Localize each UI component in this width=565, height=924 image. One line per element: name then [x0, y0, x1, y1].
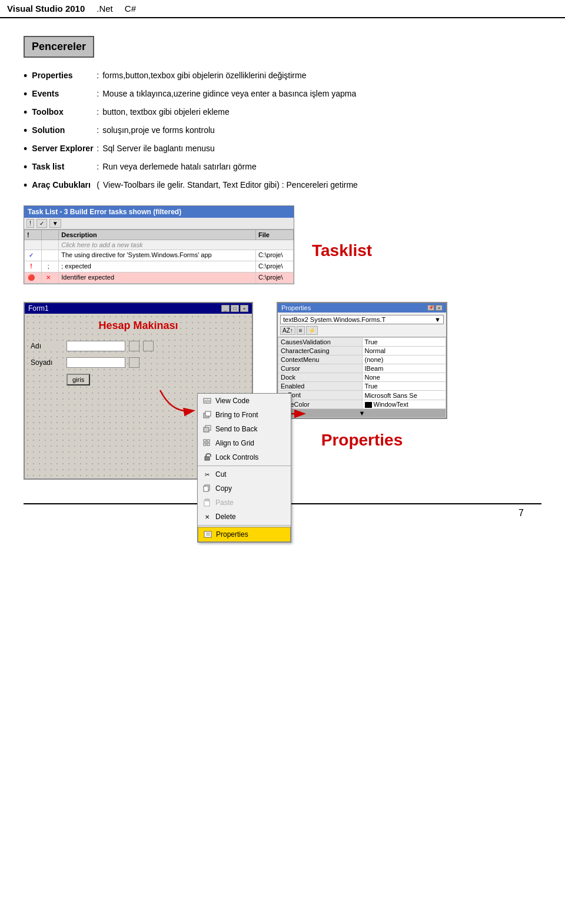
cm-item-sendback[interactable]: Send to Back: [198, 422, 291, 436]
properties-label: Properties: [277, 425, 447, 450]
form-label-ad: Adı: [31, 342, 63, 350]
props-event-btn[interactable]: ⚡: [306, 326, 318, 335]
prop-value[interactable]: True: [362, 382, 446, 391]
svg-rect-14: [205, 499, 209, 501]
cell-icon1: [25, 240, 42, 250]
prop-value[interactable]: IBeam: [362, 364, 446, 373]
cm-label: Delete: [215, 513, 236, 521]
col-file: File: [255, 230, 293, 240]
cm-item-cut[interactable]: ✂ Cut: [198, 467, 291, 481]
cm-item-paste[interactable]: Paste: [198, 496, 291, 510]
tasklist-row: Task List - 3 Build Error tasks shown (f…: [24, 205, 541, 284]
svg-rect-12: [204, 486, 208, 491]
bullet-colon: :: [97, 106, 99, 118]
main-content: Pencereler Properties : forms,button,tex…: [0, 18, 565, 542]
props-sort-alpha-btn[interactable]: AZ↑: [280, 326, 295, 335]
cm-item-aligngrid[interactable]: Align to Grid: [198, 436, 291, 450]
prop-value[interactable]: None: [362, 373, 446, 382]
bullet-colon: :: [97, 142, 99, 155]
bullet-colon: :: [97, 161, 99, 173]
form-handle-soyadi[interactable]: [129, 357, 139, 368]
table-row[interactable]: Click here to add a new task: [25, 240, 294, 250]
prop-value[interactable]: True: [362, 338, 446, 347]
props-object-selector[interactable]: textBox2 System.Windows.Forms.T ▼: [280, 315, 444, 324]
paste-icon: [202, 498, 212, 507]
form1-heading: Hesap Makinası: [31, 320, 246, 332]
prop-value[interactable]: (none): [362, 355, 446, 364]
cm-label: View Code: [215, 397, 250, 405]
bullet-colon: :: [97, 69, 99, 82]
bullet-key: Araç Cubukları: [32, 179, 97, 191]
cell-icon1: ✓: [25, 250, 42, 261]
cm-item-copy[interactable]: Copy: [198, 481, 291, 496]
list-item: Toolbox : button, textbox gibi objeleri …: [24, 106, 541, 121]
cell-icon2: [42, 240, 59, 250]
prop-name: Dock: [278, 373, 363, 382]
cm-label: Properties: [216, 530, 248, 539]
props-object-name: textBox2 System.Windows.Forms.T: [283, 316, 385, 323]
list-item: Araç Cubukları ( View-Toolbars ile gelir…: [24, 179, 541, 194]
cell-icon1: !: [25, 261, 42, 272]
form1-minimize-btn[interactable]: _: [221, 305, 230, 312]
table-row[interactable]: 🔴 ✕ Identifier expected C:\proje\: [25, 272, 294, 284]
table-row: CharacterCasing Normal: [278, 347, 446, 355]
cell-file: C:\proje\: [255, 261, 293, 272]
cm-item-viewcode[interactable]: </> View Code: [198, 394, 291, 408]
props-close-btn[interactable]: ×: [436, 305, 443, 311]
cell-icon2: ✕: [42, 272, 59, 284]
form-handle-ad[interactable]: [129, 341, 139, 351]
cm-item-properties[interactable]: Properties: [198, 527, 291, 542]
prop-value[interactable]: WindowText: [362, 400, 446, 409]
bullet-colon: :: [97, 88, 99, 100]
form-giris-btn[interactable]: giris: [67, 374, 90, 385]
table-row[interactable]: ✓ The using directive for 'System.Window…: [25, 250, 294, 261]
svg-rect-3: [205, 411, 211, 416]
list-item: Events : Mouse a tıklayınca,uzerine gidi…: [24, 88, 541, 102]
bullet-colon: (: [97, 179, 99, 191]
tl-btn-1[interactable]: !: [26, 219, 34, 228]
cell-description: ; expected: [59, 261, 256, 272]
form1-close-btn[interactable]: ×: [240, 305, 248, 312]
props-sort-cat-btn[interactable]: ≡: [297, 326, 305, 335]
list-item: Properties : forms,button,texbox gibi ob…: [24, 69, 541, 84]
bullet-key: Toolbox: [32, 106, 97, 118]
cell-description: Identifier expected: [59, 272, 256, 284]
bullet-text: button, textbox gibi objeleri ekleme: [102, 106, 230, 118]
cm-item-delete[interactable]: ✕ Delete: [198, 510, 291, 524]
align-grid-icon: [202, 438, 212, 448]
list-item: Server Explorer : Sql Server ile baglant…: [24, 142, 541, 157]
form-input-soyadi[interactable]: [67, 357, 125, 368]
tl-btn-3[interactable]: ▼: [49, 219, 61, 228]
bullet-colon: :: [97, 124, 99, 137]
tl-btn-2[interactable]: ✓: [36, 219, 47, 228]
table-row[interactable]: ! ; ; expected C:\proje\: [25, 261, 294, 272]
table-row: Cursor IBeam: [278, 364, 446, 373]
bullet-key: Task list: [32, 161, 97, 173]
cm-item-bringfront[interactable]: Bring to Front: [198, 408, 291, 422]
form-label-soyadi: Soyadı: [31, 358, 63, 367]
copy-icon: [202, 484, 212, 493]
chevron-down-icon: ▼: [434, 316, 441, 323]
form-handle-ad2[interactable]: [143, 341, 154, 351]
bullet-text: Run veya derlemede hatalı satırları görm…: [102, 161, 256, 173]
cut-icon: ✂: [202, 470, 212, 479]
prop-name: Enabled: [278, 382, 363, 391]
form1-maximize-btn[interactable]: □: [231, 305, 239, 312]
bring-front-icon: [202, 410, 212, 420]
prop-value[interactable]: Normal: [362, 347, 446, 355]
bullet-text: soluşın,proje ve forms kontrolu: [102, 124, 215, 137]
app-title: Visual Studio 2010: [7, 4, 85, 14]
tasklist-toolbar: ! ✓ ▼: [24, 218, 294, 230]
svg-rect-5: [204, 427, 209, 432]
cm-item-lock[interactable]: Lock Controls: [198, 450, 291, 464]
bullet-list: Properties : forms,button,texbox gibi ob…: [24, 69, 541, 194]
props-titlebar-btns: 📌 ×: [427, 305, 443, 311]
arrow-icon: [154, 384, 201, 420]
bullet-text: forms,button,texbox gibi objelerin özell…: [102, 69, 306, 82]
prop-value[interactable]: Microsoft Sans Se: [362, 391, 446, 400]
props-pin-btn[interactable]: 📌: [427, 305, 434, 311]
form1-title: Form1: [28, 304, 49, 313]
prop-name: CharacterCasing: [278, 347, 363, 355]
form-input-ad[interactable]: [67, 341, 125, 351]
svg-rect-9: [207, 443, 210, 446]
